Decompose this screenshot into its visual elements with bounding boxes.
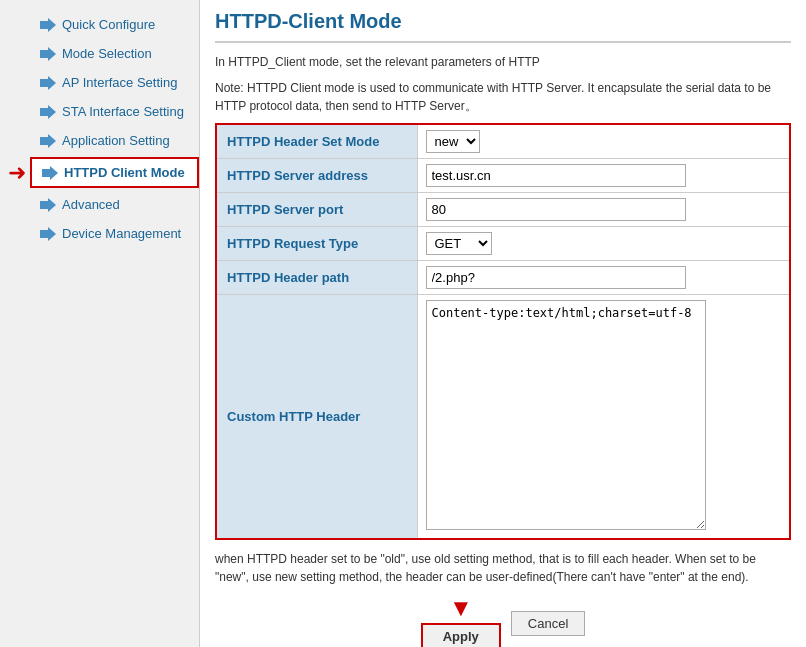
field-value-header-path <box>417 261 789 295</box>
sidebar-label: Application Setting <box>62 133 170 148</box>
sidebar-item-sta-interface[interactable]: STA Interface Setting <box>30 97 199 126</box>
sidebar-item-advanced[interactable]: Advanced <box>30 190 199 219</box>
apply-button[interactable]: Apply <box>421 623 501 647</box>
active-arrow-icon: ➜ <box>8 162 26 184</box>
svg-marker-5 <box>42 166 58 180</box>
table-row: Custom HTTP Header Content-type:text/htm… <box>217 295 789 539</box>
sidebar-label: Mode Selection <box>62 46 152 61</box>
table-row: HTTPD Request Type GET POST <box>217 227 789 261</box>
table-row: HTTPD Server port <box>217 193 789 227</box>
button-row: ▼ Apply Cancel <box>215 596 791 647</box>
cancel-button[interactable]: Cancel <box>511 611 585 636</box>
table-row: HTTPD Header path <box>217 261 789 295</box>
arrow-icon <box>42 166 58 180</box>
arrow-icon <box>40 105 56 119</box>
svg-marker-7 <box>40 227 56 241</box>
svg-marker-0 <box>40 18 56 32</box>
field-label-custom-header: Custom HTTP Header <box>217 295 417 539</box>
arrow-icon <box>40 198 56 212</box>
footer-note: when HTTPD header set to be "old", use o… <box>215 550 791 586</box>
sidebar-item-httpd-client-mode[interactable]: HTTPD Client Mode <box>30 157 199 188</box>
field-label-server-address: HTTPD Server address <box>217 159 417 193</box>
custom-header-textarea[interactable]: Content-type:text/html;charset=utf-8 <box>426 300 706 530</box>
arrow-icon <box>40 76 56 90</box>
sidebar-label: STA Interface Setting <box>62 104 184 119</box>
description-1: In HTTPD_Client mode, set the relevant p… <box>215 53 791 71</box>
down-arrow-icon: ▼ <box>449 596 473 620</box>
sidebar-label: Quick Configure <box>62 17 155 32</box>
field-label-header-path: HTTPD Header path <box>217 261 417 295</box>
sidebar-item-device-management[interactable]: Device Management <box>30 219 199 248</box>
sidebar-label: HTTPD Client Mode <box>64 165 185 180</box>
svg-marker-3 <box>40 105 56 119</box>
arrow-icon <box>40 47 56 61</box>
description-2: Note: HTTPD Client mode is used to commu… <box>215 79 791 115</box>
main-content: HTTPD-Client Mode In HTTPD_Client mode, … <box>200 0 806 647</box>
sidebar: Quick Configure Mode Selection AP Interf… <box>0 0 200 647</box>
field-value-custom-header: Content-type:text/html;charset=utf-8 <box>417 295 789 539</box>
field-label-server-port: HTTPD Server port <box>217 193 417 227</box>
svg-marker-4 <box>40 134 56 148</box>
arrow-icon <box>40 227 56 241</box>
header-set-mode-select[interactable]: new old <box>426 130 480 153</box>
sidebar-item-ap-interface[interactable]: AP Interface Setting <box>30 68 199 97</box>
form-container: HTTPD Header Set Mode new old HTTPD Serv… <box>215 123 791 540</box>
svg-marker-6 <box>40 198 56 212</box>
field-value-request-type: GET POST <box>417 227 789 261</box>
table-row: HTTPD Header Set Mode new old <box>217 125 789 159</box>
server-address-input[interactable] <box>426 164 686 187</box>
svg-marker-2 <box>40 76 56 90</box>
sidebar-item-quick-configure[interactable]: Quick Configure <box>30 10 199 39</box>
page-title: HTTPD-Client Mode <box>215 10 791 43</box>
header-path-input[interactable] <box>426 266 686 289</box>
field-value-server-address <box>417 159 789 193</box>
sidebar-label: AP Interface Setting <box>62 75 177 90</box>
form-table: HTTPD Header Set Mode new old HTTPD Serv… <box>217 125 789 538</box>
sidebar-item-mode-selection[interactable]: Mode Selection <box>30 39 199 68</box>
arrow-icon <box>40 18 56 32</box>
sidebar-label: Advanced <box>62 197 120 212</box>
svg-marker-1 <box>40 47 56 61</box>
server-port-input[interactable] <box>426 198 686 221</box>
field-value-server-port <box>417 193 789 227</box>
arrow-icon <box>40 134 56 148</box>
request-type-select[interactable]: GET POST <box>426 232 492 255</box>
sidebar-label: Device Management <box>62 226 181 241</box>
sidebar-item-application-setting[interactable]: Application Setting <box>30 126 199 155</box>
field-value-header-set-mode: new old <box>417 125 789 159</box>
table-row: HTTPD Server address <box>217 159 789 193</box>
field-label-request-type: HTTPD Request Type <box>217 227 417 261</box>
field-label-header-set-mode: HTTPD Header Set Mode <box>217 125 417 159</box>
